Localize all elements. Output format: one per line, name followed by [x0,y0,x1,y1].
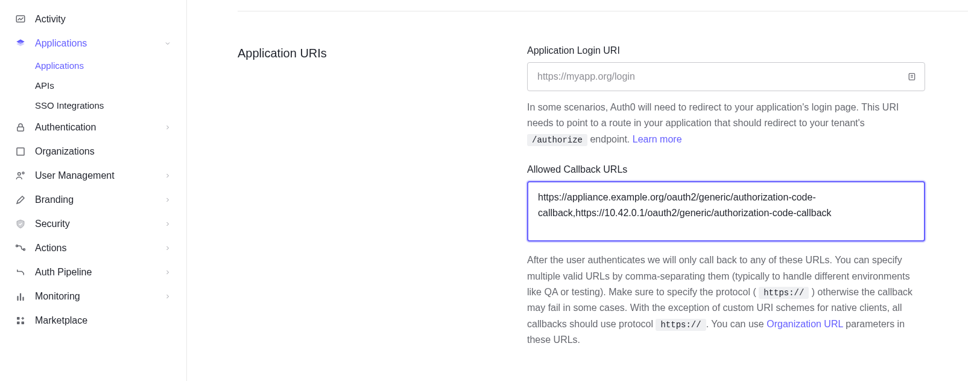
svg-rect-2 [17,148,24,155]
sidebar-item-branding[interactable]: Branding [0,188,186,212]
sidebar-item-label: Activity [35,14,172,25]
sidebar-sub-applications[interactable]: Applications [0,56,186,75]
flow-icon [14,242,27,254]
sidebar-item-label: Auth Pipeline [35,267,163,278]
chevron-right-icon [163,123,172,132]
user-gear-icon [14,170,27,182]
callback-urls-textarea[interactable] [527,181,925,242]
section-title: Application URIs [238,45,491,365]
callback-urls-help: After the user authenticates we will onl… [527,252,925,348]
code-https2: https:// [656,319,706,331]
organization-url-link[interactable]: Organization URL [767,319,843,329]
sidebar-item-auth-pipeline[interactable]: Auth Pipeline [0,260,186,284]
sidebar-item-label: Marketplace [35,315,172,326]
sidebar-item-label: Authentication [35,122,163,133]
code-https1: https:// [759,287,809,299]
section-fields: Application Login URI In some scenarios,… [527,45,925,365]
sidebar-sub-sso[interactable]: SSO Integrations [0,95,186,115]
chevron-right-icon [163,220,172,228]
sidebar-item-label: Security [35,219,163,229]
svg-rect-18 [22,322,25,325]
login-uri-label: Application Login URI [527,45,925,56]
sidebar-item-organizations[interactable]: Organizations [0,139,186,164]
sidebar-item-applications[interactable]: Applications [0,31,186,56]
login-uri-help: In some scenarios, Auth0 will need to re… [527,100,925,147]
main-content: Application URIs Application Login URI I… [216,0,980,381]
sidebar-item-marketplace[interactable]: Marketplace [0,309,186,333]
sidebar-item-label: Actions [35,243,163,254]
login-uri-input[interactable] [527,62,925,91]
chevron-right-icon [163,268,172,277]
code-authorize: /authorize [527,134,587,146]
grid-plus-icon [14,315,27,327]
sidebar-item-actions[interactable]: Actions [0,236,186,260]
learn-more-link[interactable]: Learn more [633,134,682,144]
sidebar-item-security[interactable]: Security [0,212,186,236]
sidebar-item-label: User Management [35,170,163,181]
sidebar-item-monitoring[interactable]: Monitoring [0,284,186,309]
sidebar-item-authentication[interactable]: Authentication [0,115,186,139]
applications-icon [14,37,27,50]
building-icon [14,146,27,158]
brush-icon [14,194,27,206]
lock-icon [14,121,27,133]
sidebar-item-label: Monitoring [35,291,163,302]
sidebar: Activity Applications Applications APIs … [0,0,187,381]
chevron-right-icon [163,244,172,252]
chevron-down-icon [163,39,172,48]
svg-point-10 [22,172,24,174]
svg-point-9 [18,173,21,176]
svg-rect-16 [17,317,20,320]
bars-icon [14,290,27,303]
chevron-right-icon [163,171,172,180]
pipeline-icon [14,266,27,278]
svg-rect-1 [17,127,24,131]
sidebar-item-activity[interactable]: Activity [0,7,186,31]
field-login-uri: Application Login URI In some scenarios,… [527,45,925,147]
field-callback-urls: Allowed Callback URLs After the user aut… [527,164,925,348]
chevron-right-icon [163,196,172,204]
activity-icon [14,13,27,25]
sidebar-sub-apis[interactable]: APIs [0,75,186,95]
sidebar-item-label: Applications [35,38,163,49]
sidebar-item-label: Organizations [35,146,172,157]
input-wrap [527,62,925,91]
callback-urls-label: Allowed Callback URLs [527,164,925,175]
note-icon[interactable] [906,71,918,83]
section-application-uris: Application URIs Application Login URI I… [238,45,968,365]
sidebar-item-user-management[interactable]: User Management [0,164,186,188]
content-spacer [187,0,216,381]
sidebar-item-label: Branding [35,194,163,205]
chevron-right-icon [163,292,172,301]
shield-icon [14,218,27,230]
divider [238,11,968,11]
svg-rect-17 [17,322,20,325]
